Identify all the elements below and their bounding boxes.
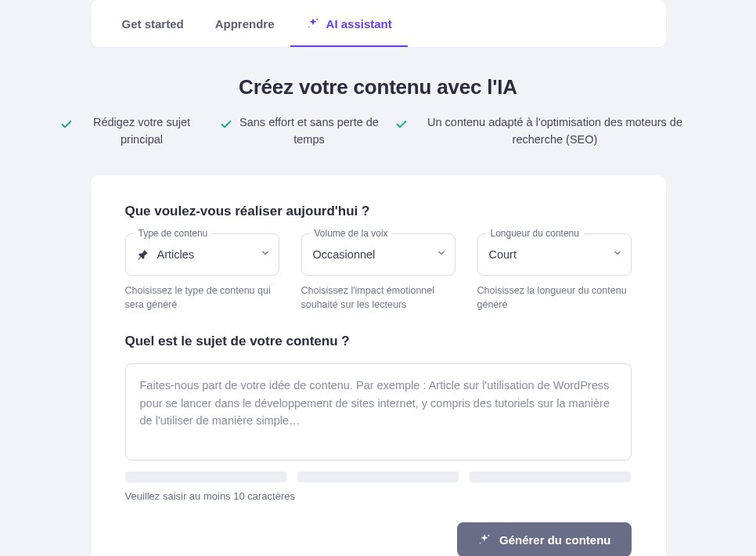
svg-point-3 xyxy=(480,543,481,544)
benefit-item: Un contenu adapté à l'optimisation des m… xyxy=(395,114,696,149)
content-type-select[interactable]: Type de contenu Articles xyxy=(125,233,279,276)
section-title-topic: Quel est le sujet de votre contenu ? xyxy=(125,334,632,349)
control-voice: Volume de la voix Occasionnel Choisissez… xyxy=(301,233,455,312)
pin-icon xyxy=(137,248,149,261)
skeleton-row xyxy=(125,471,632,482)
check-icon xyxy=(220,118,232,135)
check-icon xyxy=(395,118,408,135)
topic-input[interactable] xyxy=(140,377,617,444)
help-text: Choisissez le type de contenu qui sera g… xyxy=(125,283,279,312)
tab-label: Apprendre xyxy=(215,17,275,31)
chevron-down-icon xyxy=(436,247,447,262)
min-chars-hint: Veuillez saisir au moins 10 caractères xyxy=(125,490,632,502)
float-label: Volume de la voix xyxy=(310,228,393,239)
check-icon xyxy=(60,118,73,135)
tab-learn[interactable]: Apprendre xyxy=(200,0,290,47)
sparkle-icon xyxy=(477,533,491,547)
benefit-text: Un contenu adapté à l'optimisation des m… xyxy=(414,114,696,149)
tab-label: AI assistant xyxy=(326,17,392,31)
tabs-bar: Get started Apprendre AI assistant xyxy=(91,0,666,47)
svg-point-0 xyxy=(316,19,318,20)
sparkle-icon xyxy=(306,16,320,31)
skeleton-bar xyxy=(125,471,286,482)
control-length: Longueur du contenu Court Choisissez la … xyxy=(477,233,632,312)
svg-point-1 xyxy=(308,27,310,28)
tab-label: Get started xyxy=(122,17,184,31)
help-text: Choisissez l'impact émotionnel souhaité … xyxy=(301,283,455,312)
tab-ai-assistant[interactable]: AI assistant xyxy=(290,0,408,47)
svg-point-2 xyxy=(488,535,489,536)
benefit-item: Sans effort et sans perte de temps xyxy=(220,114,380,149)
button-label: Générer du contenu xyxy=(499,533,611,547)
select-value: Court xyxy=(489,248,517,261)
topic-textarea-wrap xyxy=(125,363,632,460)
benefits-row: Rédigez votre sujet principal Sans effor… xyxy=(31,114,725,149)
generate-button[interactable]: Générer du contenu xyxy=(457,522,632,556)
skeleton-bar xyxy=(297,471,459,482)
chevron-down-icon xyxy=(612,247,623,262)
select-value: Articles xyxy=(157,248,195,261)
length-select[interactable]: Longueur du contenu Court xyxy=(477,233,632,276)
hero: Créez votre contenu avec l'IA Rédigez vo… xyxy=(31,75,725,149)
benefit-text: Rédigez votre sujet principal xyxy=(79,114,204,149)
benefit-text: Sans effort et sans perte de temps xyxy=(239,114,380,149)
float-label: Type de contenu xyxy=(134,228,213,239)
section-title-goal: Que voulez-vous réaliser aujourd'hui ? xyxy=(125,204,632,219)
skeleton-bar xyxy=(470,471,631,482)
tab-get-started[interactable]: Get started xyxy=(106,0,200,47)
chevron-down-icon xyxy=(260,247,271,262)
controls-row: Type de contenu Articles Choisissez le t… xyxy=(125,233,632,312)
voice-select[interactable]: Volume de la voix Occasionnel xyxy=(301,233,455,276)
help-text: Choisissez la longueur du contenu généré xyxy=(477,283,632,312)
footer-row: Générer du contenu xyxy=(125,522,632,556)
benefit-item: Rédigez votre sujet principal xyxy=(60,114,204,149)
page-title: Créez votre contenu avec l'IA xyxy=(31,75,725,99)
control-content-type: Type de contenu Articles Choisissez le t… xyxy=(125,233,279,312)
form-card: Que voulez-vous réaliser aujourd'hui ? T… xyxy=(91,175,666,556)
select-value: Occasionnel xyxy=(313,248,376,261)
float-label: Longueur du contenu xyxy=(486,228,584,239)
